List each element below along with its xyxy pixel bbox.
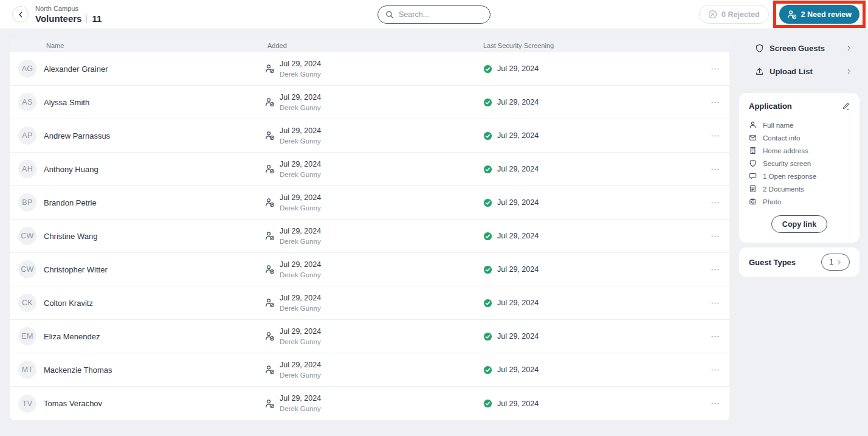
more-options-icon [711,198,720,207]
avatar: EM [18,327,36,345]
column-header-name: Name [44,42,255,49]
row-more-options-button[interactable] [700,64,729,74]
more-options-icon [711,98,720,107]
speech-bubble-icon [749,172,757,180]
table-row[interactable]: AH Anthony Huang Jul 29, 2024 Derek Gunn… [10,153,729,186]
added-date: Jul 29, 2024 [280,294,321,303]
table-row[interactable]: AG Alexander Grainer Jul 29, 2024 Derek … [10,52,729,86]
row-more-options-button[interactable] [700,98,729,107]
row-more-options-button[interactable] [700,165,729,174]
volunteers-table: Name Added Last Security Screening AG Al… [10,39,729,420]
person-check-icon [265,231,275,241]
row-more-options-button[interactable] [700,332,729,341]
table-row[interactable]: CK Colton Kravitz Jul 29, 2024 Derek Gun… [10,286,729,320]
added-date: Jul 29, 2024 [280,394,321,403]
check-circle-icon [483,299,492,308]
table-row[interactable]: MT Mackenzie Thomas Jul 29, 2024 Derek G… [10,353,729,387]
pencil-icon[interactable] [841,102,850,111]
added-by: Derek Gunny [280,271,321,279]
table-row[interactable]: CW Christopher Witter Jul 29, 2024 Derek… [10,253,729,286]
volunteer-name: Anthony Huang [44,165,255,174]
person-check-icon [265,164,275,174]
added-by: Derek Gunny [280,170,321,179]
screening-date: Jul 29, 2024 [497,131,539,140]
back-button[interactable] [12,6,29,22]
more-options-icon [711,131,720,140]
guest-types-card: Guest Types 1 [739,247,859,277]
volunteer-name: Eliza Menendez [44,332,255,341]
avatar: CW [18,227,36,245]
screening-date: Jul 29, 2024 [497,365,539,374]
row-more-options-button[interactable] [700,198,729,207]
rejected-button[interactable]: 0 Rejected [699,5,769,24]
application-item-home-address: Home address [749,144,850,157]
building-icon [749,147,757,154]
volunteer-name: Colton Kravitz [44,299,255,308]
person-check-icon [265,198,275,207]
application-item-contact-info: Contact info [749,131,850,144]
added-by: Derek Gunny [280,304,321,313]
added-by: Derek Gunny [280,237,321,246]
row-more-options-button[interactable] [700,399,729,408]
check-circle-icon [483,198,492,207]
table-row[interactable]: BP Brandon Petrie Jul 29, 2024 Derek Gun… [10,186,729,220]
search-bar[interactable] [377,5,491,24]
added-date: Jul 29, 2024 [280,260,321,269]
camera-icon [749,198,757,206]
check-circle-icon [483,265,492,274]
search-icon [385,10,394,19]
table-row[interactable]: AP Andrew Parnassus Jul 29, 2024 Derek G… [10,119,729,153]
application-card: Application Full name Contact info Home … [739,93,859,243]
title-separator [86,15,87,23]
more-options-icon [711,365,720,375]
more-options-icon [711,299,720,308]
copy-link-button[interactable]: Copy link [771,215,827,233]
row-more-options-button[interactable] [700,365,729,375]
volunteer-name: Mackenzie Thomas [44,365,255,375]
breadcrumb: North Campus [35,5,102,13]
screen-guests-button[interactable]: Screen Guests [739,36,859,60]
application-item-security-screen: Security screen [749,157,850,170]
shield-icon [755,44,764,53]
document-icon [749,185,757,193]
check-circle-icon [483,131,492,140]
avatar: AH [18,160,36,178]
added-by: Derek Gunny [280,337,321,346]
added-by: Derek Gunny [280,70,321,78]
table-row[interactable]: CW Christine Wang Jul 29, 2024 Derek Gun… [10,220,729,253]
application-item-photo: Photo [749,195,850,208]
shield-icon [749,159,757,167]
added-date: Jul 29, 2024 [280,227,321,236]
avatar: AS [18,93,36,111]
added-date: Jul 29, 2024 [280,60,321,69]
table-row[interactable]: EM Eliza Menendez Jul 29, 2024 Derek Gun… [10,320,729,353]
upload-list-label: Upload List [770,67,813,76]
row-more-options-button[interactable] [700,299,729,308]
chevron-right-icon [836,260,842,265]
need-review-button[interactable]: 2 Need review [779,5,859,24]
title-block: North Campus Volunteers 11 [35,5,102,24]
row-more-options-button[interactable] [700,232,729,241]
added-by: Derek Gunny [280,404,321,413]
table-row[interactable]: AS Alyssa Smith Jul 29, 2024 Derek Gunny… [10,86,729,119]
volunteer-name: Christopher Witter [44,265,255,274]
person-icon [749,121,757,129]
screening-date: Jul 29, 2024 [497,265,539,274]
more-options-icon [711,265,720,274]
avatar: BP [18,193,36,212]
more-options-icon [711,399,720,408]
upload-list-button[interactable]: Upload List [739,60,859,83]
screen-guests-label: Screen Guests [770,44,825,53]
chevron-right-icon [846,68,852,75]
screening-date: Jul 29, 2024 [497,98,539,106]
volunteer-count: 11 [92,13,102,24]
search-input[interactable] [399,10,483,19]
guest-types-button[interactable]: 1 [821,254,850,271]
avatar: AG [18,60,36,78]
row-more-options-button[interactable] [700,265,729,274]
row-more-options-button[interactable] [700,131,729,140]
table-row[interactable]: TV Tomas Verachov Jul 29, 2024 Derek Gun… [10,387,729,420]
person-check-icon [265,331,275,341]
screening-date: Jul 29, 2024 [497,64,539,73]
added-date: Jul 29, 2024 [280,93,321,102]
